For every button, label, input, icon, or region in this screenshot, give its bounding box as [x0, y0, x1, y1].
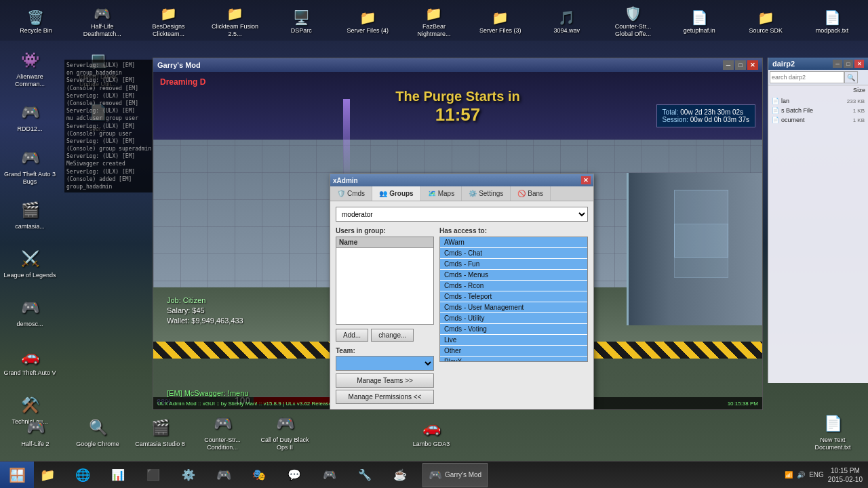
file-name: s Batch File: [781, 107, 813, 114]
add-user-button[interactable]: Add...: [336, 329, 368, 342]
taskbar-skype[interactable]: 💬: [281, 463, 315, 487]
icon-counterstrike[interactable]: 🛡️ Counter-Str... Global Offe...: [603, 3, 664, 41]
session-label: Session:: [663, 116, 688, 123]
bottom-icon-callofduty[interactable]: 🎮 Call of Duty Black Ops II: [255, 408, 315, 457]
file-panel-minimize[interactable]: ─: [833, 60, 842, 68]
icon-rdd12[interactable]: 🎮 RDD12...: [0, 93, 60, 142]
total-label: Total:: [663, 108, 679, 116]
file-icon: 📄: [772, 107, 779, 114]
timer-total-row: Total: 00w 2d 23h 30m 02s: [663, 108, 749, 116]
file-panel-close[interactable]: ✕: [854, 60, 864, 68]
taskbar-cmd[interactable]: ⬛: [140, 463, 174, 487]
minimize-button[interactable]: ─: [723, 60, 734, 70]
manage-teams-button[interactable]: Manage Teams >>: [336, 373, 434, 388]
bottom-icon-chrome[interactable]: 🔍 Google Chrome: [68, 408, 127, 457]
taskbar-steam[interactable]: 🎮: [211, 463, 245, 487]
users-label: Users in group:: [336, 227, 434, 235]
icon-halflife[interactable]: 🎮 Half-Life Deathmatch...: [72, 3, 133, 41]
access-item-cmds-menus[interactable]: Cmds - Menus: [440, 270, 587, 280]
users-listbox[interactable]: Name: [336, 237, 434, 325]
icon-gtav[interactable]: 🚗 Grand Theft Auto V: [0, 337, 60, 386]
access-item-other[interactable]: Other: [440, 346, 587, 356]
icon-dsparc[interactable]: 🖥️ DSParc: [271, 3, 332, 41]
file-item-batch[interactable]: 📄 s Batch File 1 KB: [770, 106, 867, 115]
gmod-icon: 🔧: [358, 468, 372, 482]
file-item-lan[interactable]: 📄 lan 233 KB: [770, 96, 867, 106]
access-item-live[interactable]: Live: [440, 335, 587, 345]
maximize-button[interactable]: □: [735, 60, 746, 70]
taskbar-controlpanel[interactable]: ⚙️: [176, 463, 210, 487]
icon-lol[interactable]: ⚔️ League of Legends: [0, 239, 60, 288]
start-button[interactable]: 🪟: [0, 462, 34, 489]
file-panel-maximize[interactable]: □: [844, 60, 853, 68]
access-item-cmds-fun[interactable]: Cmds - Fun: [440, 259, 587, 269]
tab-bans[interactable]: 🚫 Bans: [511, 186, 551, 201]
timer-box: Total: 00w 2d 23h 30m 02s Session: 00w 0…: [656, 104, 755, 127]
icon-modpack[interactable]: 📄 modpack.txt: [802, 3, 863, 41]
group-select[interactable]: moderator: [336, 207, 588, 222]
icon-wav[interactable]: 🎵 3094.wav: [536, 3, 597, 41]
bottom-icon-newtext[interactable]: 📄 New Text Document.txt: [803, 408, 863, 457]
file-item-document[interactable]: 📄 ocument 1 KB: [770, 115, 867, 125]
tab-maps[interactable]: 🗺️ Maps: [421, 186, 462, 201]
bottom-icon-halflife2[interactable]: 🎮 Half-Life 2: [5, 408, 65, 457]
icon-gta3[interactable]: 🎮 Grand Theft Auto 3 Bugs: [0, 142, 60, 190]
icon-clickteam[interactable]: 📁 Clickteam Fusion 2.5...: [205, 3, 266, 41]
change-user-button[interactable]: change...: [371, 329, 414, 342]
game-window: Garry's Mod ─ □ ✕: [153, 58, 763, 410]
taskbar-flashplayer[interactable]: 🎭: [246, 463, 280, 487]
access-item-cmds-utility[interactable]: Cmds - Utility: [440, 313, 587, 323]
access-item-cmds-rcon[interactable]: Cmds - Rcon: [440, 281, 587, 291]
file-list: 📄 lan 233 KB 📄 s Batch File 1 KB 📄 ocume…: [768, 95, 868, 380]
taskbar-ie[interactable]: 🌐: [70, 463, 104, 487]
game-icon: 🎮: [19, 147, 41, 169]
bottom-icon-lambo[interactable]: 🚗 Lambo GDA3: [401, 408, 461, 457]
taskbar-java[interactable]: ☕: [387, 463, 421, 487]
ulx-close-button[interactable]: ✕: [581, 176, 591, 184]
window-controls: ─ □ ✕: [723, 60, 758, 70]
icon-getupfnaf[interactable]: 📄 getupfnaf.in: [669, 3, 730, 41]
file-search-input[interactable]: [770, 71, 844, 83]
icon-fazbear-nightmare[interactable]: 📁 FazBear Nightmare...: [403, 3, 465, 41]
icon-server-files1[interactable]: 📁 Server Files (4): [337, 3, 398, 41]
taskbar-clock[interactable]: 10:15 PM 2015-02-10: [828, 466, 863, 484]
name-header: Name: [336, 237, 433, 248]
access-item-awarn[interactable]: AWarn: [440, 237, 587, 247]
tab-cmds[interactable]: 🛡️ Cmds: [330, 186, 372, 201]
taskbar-gmod-active[interactable]: 🎮 Garry's Mod: [422, 463, 488, 487]
access-item-cmds-usermgmt[interactable]: Cmds - User Management: [440, 302, 587, 312]
ie-icon: 🌐: [76, 468, 90, 482]
document-icon: 📄: [824, 9, 841, 26]
cmds-icon: 🛡️: [337, 190, 345, 197]
tab-settings[interactable]: ⚙️ Settings: [462, 186, 511, 201]
icon-demos[interactable]: 🎮 demosc...: [0, 288, 60, 337]
close-button[interactable]: ✕: [747, 60, 758, 70]
file-search-button[interactable]: 🔍: [844, 71, 858, 83]
icon-server-files2[interactable]: 📁 Server Files (3): [470, 3, 531, 41]
icon-besdesigns[interactable]: 📁 BesDesigns Clickteam...: [138, 3, 199, 41]
access-list[interactable]: AWarn Cmds - Chat Cmds - Fun Cmds - Menu…: [439, 237, 588, 362]
left-desktop-icons: 👾 Alienware Comman... 🎮 RDD12... 🎮 Grand…: [0, 44, 68, 434]
taskbar-steam2[interactable]: 🎮: [317, 463, 351, 487]
taskbar-explorer[interactable]: 📁: [35, 463, 68, 487]
taskbar-gmod[interactable]: 🔧: [352, 463, 386, 487]
access-item-cmds-teleport[interactable]: Cmds - Teleport: [440, 291, 587, 302]
access-item-playx[interactable]: PlayX: [440, 357, 587, 362]
bottom-icon-counterstrike[interactable]: 🎮 Counter-Str... Condition...: [193, 408, 252, 457]
bottom-icon-camtasia[interactable]: 🎬 Camtasia Studio 8: [130, 408, 190, 457]
access-column: Has access to: AWarn Cmds - Chat Cmds - …: [439, 227, 588, 406]
tab-groups[interactable]: 👥 Groups: [372, 186, 421, 201]
team-select[interactable]: [336, 356, 434, 371]
tab-cmds-label: Cmds: [347, 190, 365, 197]
manage-permissions-button[interactable]: Manage Permissions <<: [336, 390, 434, 404]
access-item-cmds-chat[interactable]: Cmds - Chat: [440, 248, 587, 258]
icon-alienware[interactable]: 👾 Alienware Comman...: [0, 44, 60, 93]
clock-time: 10:15 PM: [828, 466, 863, 475]
icon-camtasia[interactable]: 🎬 camtasia...: [0, 190, 60, 239]
taskbar-taskmanager[interactable]: 📊: [105, 463, 139, 487]
icon-source-sdk[interactable]: 📁 Source SDK: [735, 3, 796, 41]
cmd-icon: ⬛: [146, 468, 160, 482]
file-icon: 📄: [772, 98, 779, 104]
access-item-cmds-voting[interactable]: Cmds - Voting: [440, 324, 587, 334]
icon-recycle-bin[interactable]: 🗑️ Recycle Bin: [5, 3, 66, 41]
